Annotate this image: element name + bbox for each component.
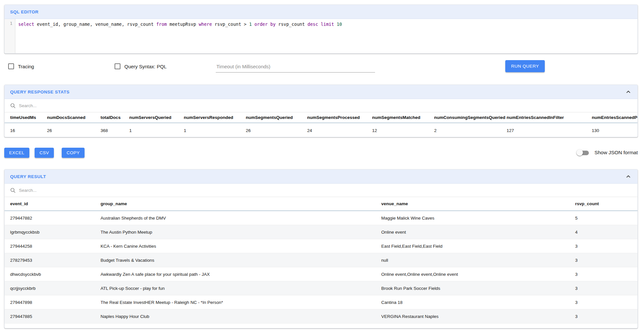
timeout-input[interactable] [216, 61, 375, 73]
stats-column-header: numDocsScanned [47, 115, 101, 120]
sql-token-kw: order by [254, 22, 275, 27]
result-cell: dhwcdsycckbvb [5, 272, 101, 277]
stats-value: 26 [47, 128, 101, 133]
result-cell: Brook Run Park Soccer Fields [381, 286, 575, 291]
stats-value: 130 [592, 128, 638, 133]
result-column-header[interactable]: event_id [5, 201, 101, 206]
sql-token-kw: desc [307, 22, 318, 27]
stats-column-header: timeUsedMs [5, 115, 47, 120]
stats-column-header: numSegmentsQueried [246, 115, 307, 120]
stats-search-input[interactable] [19, 103, 156, 108]
sql-query-input[interactable]: select event_id, group_name, venue_name,… [15, 19, 637, 54]
result-cell: 3 [575, 286, 638, 291]
result-header: QUERY RESULT [5, 170, 637, 184]
stats-value: 1 [129, 128, 184, 133]
search-icon [10, 188, 16, 193]
sql-editor-header: SQL EDITOR [5, 5, 637, 19]
table-row: 279447882Australian Shepherds of the DMV… [5, 211, 637, 225]
result-cell: 278279453 [5, 258, 101, 263]
result-cell: KCA - Kern Canine Activities [101, 244, 381, 249]
result-column-header[interactable]: rsvp_count [575, 201, 638, 206]
pql-syntax-checkbox[interactable] [115, 63, 120, 69]
query-controls: Tracing Query Syntax: PQL RUN QUERY [0, 60, 644, 75]
query-response-stats-panel: QUERY RESPONSE STATS timeUsedMsnumDocsSc… [4, 85, 638, 137]
stats-search-bar [5, 99, 637, 112]
sql-token-plain: meetupRsvp [167, 22, 199, 27]
result-cell: 3 [575, 314, 638, 319]
stats-column-header: numSegmentsProcessed [307, 115, 372, 120]
result-cell: Awkwardly Zen A safe place for your spir… [101, 272, 381, 277]
sql-token-plain [318, 22, 321, 27]
result-cell: lgrbmqycckbsb [5, 230, 101, 235]
run-query-button[interactable]: RUN QUERY [505, 60, 545, 72]
result-cell: qcrjjsycckbrb [5, 286, 101, 291]
table-row: 279447885Naples Happy Hour ClubVERGINA R… [5, 309, 637, 323]
result-cell: 279447898 [5, 300, 101, 305]
stats-value: 26 [246, 128, 307, 133]
result-cell: VERGINA Restaurant Naples [381, 314, 575, 319]
table-row: dhwcdsycckbvbAwkwardly Zen A safe place … [5, 267, 637, 281]
stats-value: 2 [434, 128, 507, 133]
result-cell: 3 [575, 244, 638, 249]
stats-collapse-button[interactable] [625, 88, 632, 95]
sql-editor-title: SQL EDITOR [10, 9, 39, 14]
table-row: qcrjjsycckbrbATL Pick-up Soccer - play f… [5, 281, 637, 295]
result-cell: ATL Pick-up Soccer - play for fun [101, 286, 381, 291]
json-format-toggle-group: Show JSON format [577, 149, 638, 157]
result-search-bar [5, 184, 637, 197]
pql-checkbox-group: Query Syntax: PQL [115, 63, 166, 69]
result-cell: 3 [575, 300, 638, 305]
json-format-toggle[interactable] [577, 149, 589, 157]
chevron-up-icon [625, 88, 632, 95]
result-cell: null [381, 258, 575, 263]
stats-value: 16 [5, 128, 47, 133]
result-title: QUERY RESULT [10, 174, 46, 179]
stats-header: QUERY RESPONSE STATS [5, 85, 637, 99]
result-cell: 279444258 [5, 244, 101, 249]
result-table-body: 279447882Australian Shepherds of the DMV… [5, 211, 637, 328]
result-cell: Maggie Malick Wine Caves [381, 216, 575, 221]
chevron-up-icon [625, 173, 632, 180]
result-column-header[interactable]: venue_name [381, 201, 575, 206]
table-row: 279444258KCA - Kern Canine ActivitiesEas… [5, 239, 637, 253]
csv-button[interactable]: CSV [35, 148, 54, 158]
result-column-header[interactable]: group_name [101, 201, 381, 206]
line-number: 1 [10, 21, 12, 26]
sql-token-kw: from [156, 22, 167, 27]
sql-token-kw: limit [321, 22, 334, 27]
result-cell: 5 [575, 216, 638, 221]
result-cell: Naples Happy Hour Club [101, 314, 381, 319]
stats-column-header: numServersQueried [129, 115, 184, 120]
result-collapse-button[interactable] [625, 173, 632, 180]
stats-table-value-row: 1626368112624122127130 [5, 123, 637, 137]
stats-value: 24 [307, 128, 372, 133]
stats-column-header: numServersResponded [184, 115, 246, 120]
stats-table-header-row: timeUsedMsnumDocsScannedtotalDocsnumServ… [5, 112, 637, 123]
stats-column-header: numConsumingSegmentsQueried [434, 115, 507, 120]
sql-token-plain: rsvp_count > [212, 22, 249, 27]
result-cell: Online event,Online event,Online event [381, 328, 575, 329]
result-cell: The Real Estate InvestHER Meetup - Ralei… [101, 300, 381, 305]
sql-editor-panel: SQL EDITOR 1 select event_id, group_name… [4, 5, 638, 54]
result-cell: 3 [575, 258, 638, 263]
query-result-panel: QUERY RESULT event_idgroup_namevenue_nam… [4, 169, 638, 328]
table-row: lgrbmqycckbsbThe Austin Python MeetupOnl… [5, 225, 637, 239]
json-toggle-label: Show JSON format [594, 150, 638, 156]
copy-button[interactable]: COPY [62, 148, 85, 158]
tracing-checkbox-group: Tracing [8, 63, 34, 69]
stats-value: 1 [184, 128, 246, 133]
result-cell: 3 [575, 272, 638, 277]
result-cell: Online event,Online event,Online event [381, 272, 575, 277]
timeout-field-wrap [216, 61, 375, 73]
result-search-input[interactable] [19, 188, 156, 193]
sql-token-plain: event_id, group_name, venue_name, rsvp_c… [34, 22, 156, 27]
result-cell: Australian Shepherds of the DMV [101, 216, 381, 221]
sql-token-kw: where [199, 22, 212, 27]
result-cell: 279447882 [5, 216, 101, 221]
search-icon [10, 103, 16, 108]
sql-token-kw: select [18, 22, 34, 27]
code-editor: 1 select event_id, group_name, venue_nam… [5, 19, 637, 54]
tracing-checkbox[interactable] [8, 63, 14, 69]
excel-button[interactable]: EXCEL [4, 148, 29, 158]
result-cell: 4 [575, 230, 638, 235]
